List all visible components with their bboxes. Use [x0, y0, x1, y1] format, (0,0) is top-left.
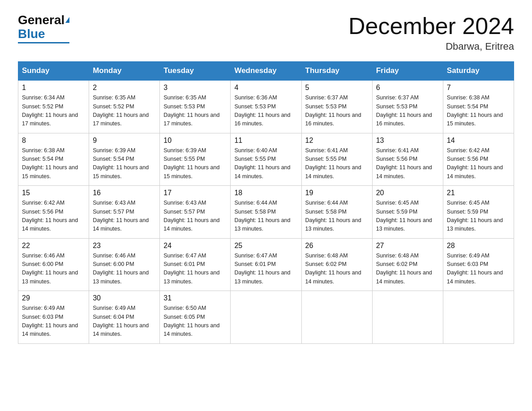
day-info: Sunrise: 6:50 AMSunset: 6:05 PMDaylight:…: [163, 304, 227, 339]
day-number: 28: [447, 242, 510, 250]
day-number: 3: [163, 84, 227, 92]
calendar-cell: 1Sunrise: 6:34 AMSunset: 5:52 PMDaylight…: [18, 80, 89, 133]
logo-text: General Blue: [18, 13, 69, 41]
day-number: 13: [376, 137, 439, 145]
calendar-cell: [231, 291, 301, 344]
day-number: 17: [163, 189, 227, 197]
calendar-cell: 28Sunrise: 6:49 AMSunset: 6:03 PMDayligh…: [443, 238, 514, 291]
calendar-cell: [301, 291, 372, 344]
calendar-cell: [372, 291, 443, 344]
day-info: Sunrise: 6:37 AMSunset: 5:53 PMDaylight:…: [376, 94, 439, 128]
day-info: Sunrise: 6:34 AMSunset: 5:52 PMDaylight:…: [22, 94, 85, 128]
day-number: 11: [234, 137, 297, 145]
day-number: 15: [22, 189, 85, 197]
day-number: 1: [22, 84, 85, 92]
day-info: Sunrise: 6:35 AMSunset: 5:52 PMDaylight:…: [93, 94, 156, 128]
calendar-cell: 20Sunrise: 6:45 AMSunset: 5:59 PMDayligh…: [372, 186, 443, 239]
calendar-cell: 7Sunrise: 6:38 AMSunset: 5:54 PMDaylight…: [443, 80, 514, 133]
calendar-cell: 9Sunrise: 6:39 AMSunset: 5:54 PMDaylight…: [89, 133, 160, 186]
weekday-header-tuesday: Tuesday: [160, 62, 231, 81]
day-number: 16: [93, 189, 156, 197]
logo: General Blue: [18, 13, 69, 43]
day-info: Sunrise: 6:49 AMSunset: 6:04 PMDaylight:…: [93, 304, 156, 339]
calendar-cell: 25Sunrise: 6:47 AMSunset: 6:01 PMDayligh…: [231, 238, 301, 291]
day-info: Sunrise: 6:45 AMSunset: 5:59 PMDaylight:…: [376, 199, 439, 234]
page-header: General Blue December 2024 Dbarwa, Eritr…: [18, 13, 514, 52]
day-info: Sunrise: 6:47 AMSunset: 6:01 PMDaylight:…: [163, 252, 227, 287]
day-number: 25: [234, 242, 297, 250]
day-number: 6: [376, 84, 439, 92]
calendar-cell: 30Sunrise: 6:49 AMSunset: 6:04 PMDayligh…: [89, 291, 160, 344]
calendar-cell: 23Sunrise: 6:46 AMSunset: 6:00 PMDayligh…: [89, 238, 160, 291]
day-number: 2: [93, 84, 156, 92]
day-info: Sunrise: 6:48 AMSunset: 6:02 PMDaylight:…: [376, 252, 439, 287]
day-number: 9: [93, 137, 156, 145]
day-number: 29: [22, 294, 85, 302]
calendar-cell: 24Sunrise: 6:47 AMSunset: 6:01 PMDayligh…: [160, 238, 231, 291]
day-info: Sunrise: 6:46 AMSunset: 6:00 PMDaylight:…: [22, 252, 85, 287]
week-row-3: 15Sunrise: 6:42 AMSunset: 5:56 PMDayligh…: [18, 186, 514, 239]
calendar-cell: 26Sunrise: 6:48 AMSunset: 6:02 PMDayligh…: [301, 238, 372, 291]
day-number: 19: [305, 189, 369, 197]
day-info: Sunrise: 6:35 AMSunset: 5:53 PMDaylight:…: [163, 94, 227, 128]
day-number: 27: [376, 242, 439, 250]
day-number: 7: [447, 84, 510, 92]
calendar-subtitle: Dbarwa, Eritrea: [348, 41, 514, 52]
day-info: Sunrise: 6:39 AMSunset: 5:55 PMDaylight:…: [163, 146, 227, 181]
day-info: Sunrise: 6:44 AMSunset: 5:58 PMDaylight:…: [305, 199, 369, 234]
day-number: 21: [447, 189, 510, 197]
calendar-cell: 31Sunrise: 6:50 AMSunset: 6:05 PMDayligh…: [160, 291, 231, 344]
weekday-header-thursday: Thursday: [301, 62, 372, 81]
day-info: Sunrise: 6:38 AMSunset: 5:54 PMDaylight:…: [447, 94, 510, 128]
day-number: 10: [163, 137, 227, 145]
logo-divider: [18, 42, 69, 43]
day-info: Sunrise: 6:42 AMSunset: 5:56 PMDaylight:…: [22, 199, 85, 234]
calendar-cell: 22Sunrise: 6:46 AMSunset: 6:00 PMDayligh…: [18, 238, 89, 291]
day-number: 12: [305, 137, 369, 145]
day-info: Sunrise: 6:47 AMSunset: 6:01 PMDaylight:…: [234, 252, 297, 287]
week-row-2: 8Sunrise: 6:38 AMSunset: 5:54 PMDaylight…: [18, 133, 514, 186]
week-row-1: 1Sunrise: 6:34 AMSunset: 5:52 PMDaylight…: [18, 80, 514, 133]
calendar-cell: 13Sunrise: 6:41 AMSunset: 5:56 PMDayligh…: [372, 133, 443, 186]
weekday-header-friday: Friday: [372, 62, 443, 81]
day-info: Sunrise: 6:46 AMSunset: 6:00 PMDaylight:…: [93, 252, 156, 287]
weekday-header-wednesday: Wednesday: [231, 62, 301, 81]
calendar-cell: 14Sunrise: 6:42 AMSunset: 5:56 PMDayligh…: [443, 133, 514, 186]
calendar-cell: 16Sunrise: 6:43 AMSunset: 5:57 PMDayligh…: [89, 186, 160, 239]
calendar-cell: 21Sunrise: 6:45 AMSunset: 5:59 PMDayligh…: [443, 186, 514, 239]
day-info: Sunrise: 6:45 AMSunset: 5:59 PMDaylight:…: [447, 199, 510, 234]
calendar-cell: 3Sunrise: 6:35 AMSunset: 5:53 PMDaylight…: [160, 80, 231, 133]
day-info: Sunrise: 6:40 AMSunset: 5:55 PMDaylight:…: [234, 146, 297, 181]
day-info: Sunrise: 6:44 AMSunset: 5:58 PMDaylight:…: [234, 199, 297, 234]
day-info: Sunrise: 6:41 AMSunset: 5:56 PMDaylight:…: [376, 146, 439, 181]
weekday-header-saturday: Saturday: [443, 62, 514, 81]
calendar-cell: 29Sunrise: 6:49 AMSunset: 6:03 PMDayligh…: [18, 291, 89, 344]
calendar-cell: 8Sunrise: 6:38 AMSunset: 5:54 PMDaylight…: [18, 133, 89, 186]
day-number: 4: [234, 84, 297, 92]
week-row-4: 22Sunrise: 6:46 AMSunset: 6:00 PMDayligh…: [18, 238, 514, 291]
calendar-table: SundayMondayTuesdayWednesdayThursdayFrid…: [18, 61, 514, 344]
day-number: 20: [376, 189, 439, 197]
day-info: Sunrise: 6:43 AMSunset: 5:57 PMDaylight:…: [163, 199, 227, 234]
calendar-cell: 11Sunrise: 6:40 AMSunset: 5:55 PMDayligh…: [231, 133, 301, 186]
day-info: Sunrise: 6:39 AMSunset: 5:54 PMDaylight:…: [93, 146, 156, 181]
calendar-cell: 18Sunrise: 6:44 AMSunset: 5:58 PMDayligh…: [231, 186, 301, 239]
calendar-cell: 10Sunrise: 6:39 AMSunset: 5:55 PMDayligh…: [160, 133, 231, 186]
day-number: 22: [22, 242, 85, 250]
weekday-header-row: SundayMondayTuesdayWednesdayThursdayFrid…: [18, 62, 514, 81]
calendar-cell: 4Sunrise: 6:36 AMSunset: 5:53 PMDaylight…: [231, 80, 301, 133]
day-number: 14: [447, 137, 510, 145]
day-info: Sunrise: 6:49 AMSunset: 6:03 PMDaylight:…: [447, 252, 510, 287]
day-info: Sunrise: 6:42 AMSunset: 5:56 PMDaylight:…: [447, 146, 510, 181]
calendar-cell: 17Sunrise: 6:43 AMSunset: 5:57 PMDayligh…: [160, 186, 231, 239]
day-number: 18: [234, 189, 297, 197]
day-info: Sunrise: 6:38 AMSunset: 5:54 PMDaylight:…: [22, 146, 85, 181]
day-number: 23: [93, 242, 156, 250]
day-number: 31: [163, 294, 227, 302]
day-info: Sunrise: 6:37 AMSunset: 5:53 PMDaylight:…: [305, 94, 369, 128]
day-info: Sunrise: 6:49 AMSunset: 6:03 PMDaylight:…: [22, 304, 85, 339]
calendar-cell: 6Sunrise: 6:37 AMSunset: 5:53 PMDaylight…: [372, 80, 443, 133]
calendar-cell: 5Sunrise: 6:37 AMSunset: 5:53 PMDaylight…: [301, 80, 372, 133]
calendar-title: December 2024: [348, 13, 514, 39]
day-number: 8: [22, 137, 85, 145]
